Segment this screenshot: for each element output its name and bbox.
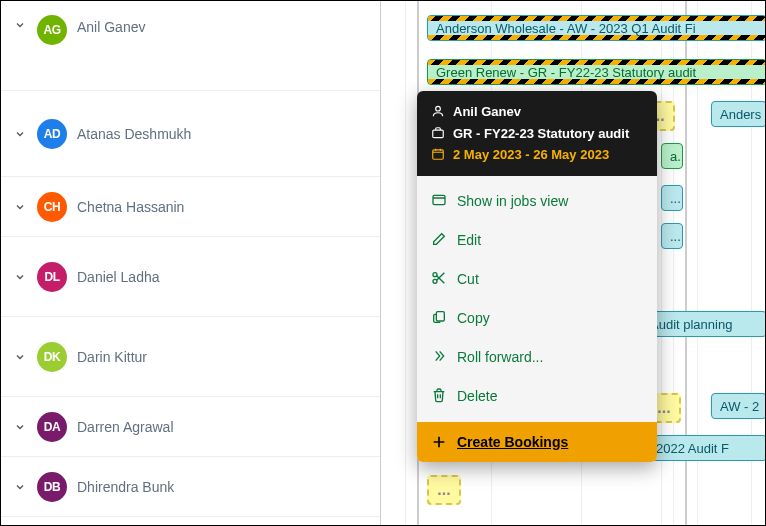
person-row[interactable]: DKDarin Kittur: [1, 317, 380, 397]
booking-label: Green Renew - GR - FY22-23 Statutory aud…: [436, 65, 696, 80]
avatar-initials: DK: [44, 350, 60, 364]
timeline-gridline: [405, 1, 406, 525]
context-menu-item-label: Delete: [457, 388, 497, 404]
svg-rect-3: [433, 195, 445, 204]
context-menu-item-copy[interactable]: Copy: [417, 299, 657, 338]
person-name: Dhirendra Bunk: [77, 479, 174, 495]
chevron-down-icon[interactable]: [13, 128, 27, 140]
plus-icon: [431, 434, 447, 450]
avatar: DA: [37, 412, 67, 442]
svg-rect-2: [433, 150, 444, 159]
edit-icon: [431, 231, 447, 250]
context-menu-item-label: Cut: [457, 271, 479, 287]
context-menu: Anil Ganev GR - FY22-23 Statutory audit …: [417, 91, 657, 462]
booking-bar[interactable]: 2022 Audit F: [647, 435, 766, 461]
avatar: AD: [37, 119, 67, 149]
hazard-stripe: [428, 79, 766, 85]
context-menu-header: Anil Ganev GR - FY22-23 Statutory audit …: [417, 91, 657, 176]
chevron-down-icon[interactable]: [13, 19, 27, 31]
booking-bar[interactable]: Green Renew - GR - FY22-23 Statutory aud…: [427, 59, 766, 85]
context-date-range: 2 May 2023 - 26 May 2023: [453, 146, 609, 164]
booking-bar[interactable]: AW - 2: [711, 393, 766, 419]
booking-bar[interactable]: ...: [661, 223, 683, 249]
context-menu-item-label: Show in jobs view: [457, 193, 568, 209]
person-row[interactable]: ADAtanas Deshmukh: [1, 91, 380, 177]
context-menu-item-label: Roll forward...: [457, 349, 543, 365]
note-chip[interactable]: ...: [427, 475, 461, 505]
svg-rect-6: [436, 311, 444, 320]
person-row[interactable]: DLDaniel Ladha: [1, 237, 380, 317]
booking-bar[interactable]: ...: [661, 185, 683, 211]
people-sidebar: AGAnil GanevADAtanas DeshmukhCHChetna Ha…: [1, 1, 381, 525]
booking-label: ...: [437, 481, 450, 499]
create-bookings-label: Create Bookings: [457, 434, 568, 450]
avatar-initials: CH: [44, 200, 60, 214]
context-menu-items: Show in jobs viewEditCutCopyRoll forward…: [417, 176, 657, 422]
svg-point-0: [436, 106, 441, 111]
chevron-down-icon[interactable]: [13, 201, 27, 213]
calendar-icon: [431, 147, 445, 161]
booking-bar[interactable]: Anderson Wholesale - AW - 2023 Q1 Audit …: [427, 15, 766, 41]
delete-icon: [431, 387, 447, 406]
person-row[interactable]: AGAnil Ganev: [1, 1, 380, 91]
chevron-down-icon[interactable]: [13, 271, 27, 283]
avatar: DK: [37, 342, 67, 372]
context-person-name: Anil Ganev: [453, 103, 521, 121]
person-name: Anil Ganev: [77, 19, 145, 35]
person-name: Darin Kittur: [77, 349, 147, 365]
person-row[interactable]: DBDhirendra Bunk: [1, 457, 380, 517]
person-row[interactable]: CHChetna Hassanin: [1, 177, 380, 237]
booking-label: ...: [670, 191, 681, 206]
booking-label: a...: [670, 149, 683, 164]
booking-bar[interactable]: a...: [661, 143, 683, 169]
context-menu-item-label: Edit: [457, 232, 481, 248]
avatar-initials: DL: [45, 270, 60, 284]
context-menu-item-delete[interactable]: Delete: [417, 377, 657, 416]
context-menu-item-cut[interactable]: Cut: [417, 260, 657, 299]
briefcase-icon: [431, 126, 445, 140]
booking-label: ...: [657, 399, 670, 417]
copy-icon: [431, 309, 447, 328]
booking-label: AW - 2: [720, 399, 759, 414]
booking-label: 2022 Audit F: [656, 441, 729, 456]
avatar-initials: AG: [44, 23, 61, 37]
person-name: Darren Agrawal: [77, 419, 174, 435]
chevron-down-icon[interactable]: [13, 351, 27, 363]
svg-rect-1: [433, 130, 444, 138]
booking-bar[interactable]: Audit planning: [641, 311, 766, 337]
context-menu-item-label: Copy: [457, 310, 490, 326]
avatar-initials: DA: [44, 420, 60, 434]
context-menu-item-show[interactable]: Show in jobs view: [417, 182, 657, 221]
booking-label: ...: [670, 229, 681, 244]
create-bookings-button[interactable]: Create Bookings: [417, 422, 657, 462]
person-name: Chetna Hassanin: [77, 199, 184, 215]
booking-label: Audit planning: [650, 317, 732, 332]
booking-bar[interactable]: Anders: [711, 101, 766, 127]
avatar: DB: [37, 472, 67, 502]
person-row[interactable]: DADarren Agrawal: [1, 397, 380, 457]
roll-icon: [431, 348, 447, 367]
avatar: DL: [37, 262, 67, 292]
context-job-name: GR - FY22-23 Statutory audit: [453, 125, 629, 143]
avatar: AG: [37, 15, 67, 45]
hazard-stripe: [428, 35, 766, 41]
avatar-initials: AD: [44, 127, 60, 141]
person-name: Daniel Ladha: [77, 269, 160, 285]
person-icon: [431, 104, 445, 118]
chevron-down-icon[interactable]: [13, 481, 27, 493]
person-name: Atanas Deshmukh: [77, 126, 191, 142]
booking-label: Anders: [720, 107, 761, 122]
context-menu-item-roll[interactable]: Roll forward...: [417, 338, 657, 377]
booking-label: Anderson Wholesale - AW - 2023 Q1 Audit …: [436, 21, 696, 36]
avatar: CH: [37, 192, 67, 222]
app-frame: AGAnil GanevADAtanas DeshmukhCHChetna Ha…: [0, 0, 766, 526]
show-icon: [431, 192, 447, 211]
chevron-down-icon[interactable]: [13, 421, 27, 433]
avatar-initials: DB: [44, 480, 60, 494]
context-menu-item-edit[interactable]: Edit: [417, 221, 657, 260]
cut-icon: [431, 270, 447, 289]
